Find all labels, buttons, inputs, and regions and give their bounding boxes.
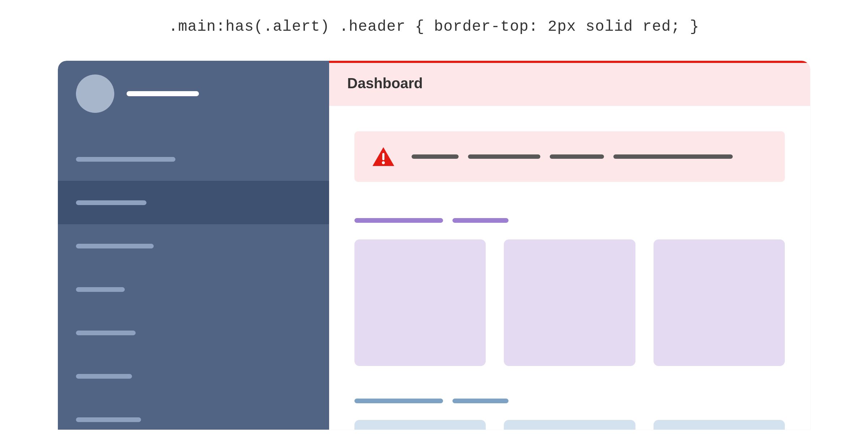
nav-label-placeholder (76, 157, 175, 162)
section-title-placeholder (354, 218, 785, 223)
profile-name-placeholder (127, 91, 199, 96)
stat-card[interactable] (354, 239, 486, 366)
main-panel: Dashboard (329, 61, 810, 430)
card-row (354, 239, 785, 366)
stat-card[interactable] (504, 420, 635, 430)
sidebar-item[interactable] (58, 137, 329, 181)
section-purple (354, 218, 785, 366)
content-area (329, 106, 810, 430)
card-row (354, 420, 785, 430)
code-snippet: .main:has(.alert) .header { border-top: … (0, 0, 868, 61)
text-placeholder (354, 218, 443, 223)
sidebar-profile[interactable] (58, 61, 329, 128)
nav-label-placeholder (76, 331, 136, 335)
sidebar-item[interactable] (58, 224, 329, 268)
sidebar-item[interactable] (58, 311, 329, 354)
stat-card[interactable] (504, 239, 635, 366)
warning-icon (372, 146, 395, 167)
avatar (76, 75, 114, 113)
alert-banner (354, 131, 785, 182)
svg-point-1 (382, 161, 385, 164)
sidebar (58, 61, 329, 430)
nav-label-placeholder (76, 287, 125, 292)
nav-label-placeholder (76, 200, 146, 205)
text-placeholder (613, 154, 733, 159)
text-placeholder (468, 154, 540, 159)
sidebar-item-active[interactable] (58, 181, 329, 224)
section-blue (354, 399, 785, 430)
sidebar-item[interactable] (58, 268, 329, 311)
page-title: Dashboard (347, 75, 792, 92)
stat-card[interactable] (654, 239, 785, 366)
stat-card[interactable] (654, 420, 785, 430)
stat-card[interactable] (354, 420, 486, 430)
nav-label-placeholder (76, 374, 132, 379)
nav-label-placeholder (76, 244, 154, 248)
app-window: Dashboard (58, 61, 810, 430)
svg-rect-0 (382, 153, 384, 160)
sidebar-item[interactable] (58, 398, 329, 430)
text-placeholder (452, 218, 509, 223)
nav-label-placeholder (76, 417, 141, 422)
text-placeholder (550, 154, 604, 159)
page-header: Dashboard (329, 61, 810, 106)
alert-message-placeholder (412, 154, 733, 159)
text-placeholder (354, 399, 443, 403)
text-placeholder (452, 399, 509, 403)
sidebar-item[interactable] (58, 354, 329, 398)
section-title-placeholder (354, 399, 785, 403)
sidebar-nav (58, 128, 329, 430)
text-placeholder (412, 154, 459, 159)
